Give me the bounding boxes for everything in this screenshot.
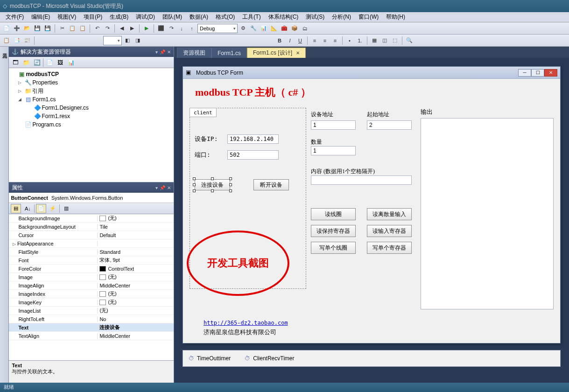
tab-form1-cs[interactable]: Form1.cs <box>211 48 247 58</box>
view-diagram-icon[interactable]: 📊 <box>66 58 76 67</box>
menu-team[interactable]: 团队(M) <box>159 12 186 22</box>
prop-row-textalign[interactable]: TextAlignMiddleCenter <box>9 332 174 340</box>
align-left-icon[interactable]: ≡ <box>310 36 319 45</box>
disconnect-button[interactable]: 断开设备 <box>253 179 289 190</box>
layout-a-icon[interactable]: ◫ <box>380 36 389 45</box>
content-input[interactable] <box>311 175 412 185</box>
tb2-c-icon[interactable]: 📰 <box>22 36 32 45</box>
props-page-icon[interactable]: 📄 <box>36 204 46 213</box>
prop-row-imageindex[interactable]: ImageIndex(无) <box>9 290 174 298</box>
tb-misc4-icon[interactable]: 📐 <box>269 24 279 33</box>
save-icon[interactable]: 💾 <box>33 24 42 33</box>
align-center-icon[interactable]: ≡ <box>320 36 330 45</box>
properties-icon[interactable]: 🗔 <box>11 58 20 67</box>
cut-icon[interactable]: ✂ <box>57 24 67 33</box>
open-icon[interactable]: 📂 <box>22 24 32 33</box>
prop-pages-icon[interactable]: ▥ <box>61 204 71 213</box>
connect-button[interactable]: 连接设备 <box>195 179 230 190</box>
redo-icon[interactable]: ↷ <box>103 24 112 33</box>
menu-analyze[interactable]: 分析(N) <box>328 12 355 22</box>
tab-resource-view[interactable]: 资源视图 <box>177 48 211 58</box>
list-bullets-icon[interactable]: • <box>345 36 354 45</box>
dropdown-icon[interactable]: ▾ <box>155 49 158 55</box>
close-icon[interactable]: ✕ <box>167 49 171 55</box>
prop-row-forecolor[interactable]: ForeColorControlText <box>9 265 174 273</box>
prop-row-imagelist[interactable]: ImageList(无) <box>9 307 174 315</box>
menu-help[interactable]: 帮助(H) <box>382 12 409 22</box>
footer-link[interactable]: http://365-dz2.taobao.com <box>204 320 288 326</box>
menu-project[interactable]: 项目(P) <box>80 12 106 22</box>
tb-misc3-icon[interactable]: 📊 <box>259 24 268 33</box>
nav-fwd-icon[interactable]: ▶ <box>127 24 137 33</box>
close-icon[interactable]: ✕ <box>544 69 557 77</box>
step-into-icon[interactable]: ↓ <box>177 24 186 33</box>
tb-misc2-icon[interactable]: 🔧 <box>249 24 258 33</box>
prop-row-backgroundimage[interactable]: BackgroundImage(无) <box>9 214 174 223</box>
tb-misc5-icon[interactable]: 🧰 <box>280 24 289 33</box>
references-node[interactable]: ▷📁引用 <box>10 87 173 95</box>
menu-debug[interactable]: 调试(D) <box>132 12 159 22</box>
layout-b-icon[interactable]: ⬚ <box>390 36 400 45</box>
new-project-icon[interactable]: 📄 <box>2 24 11 33</box>
layout-grid-icon[interactable]: ▦ <box>370 36 379 45</box>
menu-format[interactable]: 格式(O) <box>212 12 239 22</box>
start-debug-icon[interactable]: ▶ <box>142 24 151 33</box>
devaddr-input[interactable] <box>311 120 356 130</box>
copy-icon[interactable]: 📋 <box>68 24 77 33</box>
menu-window[interactable]: 窗口(W) <box>355 12 382 22</box>
categorized-icon[interactable]: ▤ <box>11 204 21 213</box>
tb2-combo[interactable] <box>103 36 122 45</box>
menu-file[interactable]: 文件(F) <box>2 12 28 22</box>
tb-misc7-icon[interactable]: 🗂 <box>300 24 309 33</box>
output-textbox[interactable] <box>421 118 554 309</box>
form1-node[interactable]: ◢▤Form1.cs <box>10 95 173 104</box>
design-surface[interactable]: ▣Modbus TCP Form ─ ☐ ✕ modbus TCP 主机（ c#… <box>174 58 569 383</box>
tb2-a-icon[interactable]: 📋 <box>2 36 11 45</box>
undo-icon[interactable]: ↶ <box>92 24 102 33</box>
prop-row-righttoleft[interactable]: RightToLeftNo <box>9 315 174 323</box>
qty-input[interactable] <box>311 146 356 155</box>
read-coils-button[interactable]: 读线圈 <box>311 208 356 220</box>
minimize-icon[interactable]: ─ <box>518 69 531 77</box>
prop-row-flatstyle[interactable]: FlatStyleStandard <box>9 248 174 256</box>
add-item-icon[interactable]: ➕ <box>12 24 21 33</box>
client-groupbox[interactable]: client 设备IP: 端口: 连接设备 断开设备 <box>190 108 306 289</box>
breakpoint-icon[interactable]: ⬛ <box>156 24 166 33</box>
tab-form1-design[interactable]: Form1.cs [设计]✕ <box>247 48 306 58</box>
menu-test[interactable]: 测试(S) <box>302 12 328 22</box>
tb2-e-icon[interactable]: ◨ <box>133 36 142 45</box>
prop-row-backgroundimagelayout[interactable]: BackgroundImageLayoutTile <box>9 223 174 231</box>
tb2-b-icon[interactable]: 📑 <box>12 36 21 45</box>
menu-view[interactable]: 视图(V) <box>54 12 80 22</box>
alpha-sort-icon[interactable]: A↓ <box>22 204 33 213</box>
tb2-d-icon[interactable]: ◧ <box>123 36 132 45</box>
program-node[interactable]: 📄Program.cs <box>10 120 173 129</box>
project-node[interactable]: ▣modbusTCP <box>10 70 173 78</box>
properties-node[interactable]: ▷🔧Properties <box>10 78 173 87</box>
underline-icon[interactable]: U <box>295 36 305 45</box>
nav-back-icon[interactable]: ◀ <box>117 24 126 33</box>
menu-build[interactable]: 生成(B) <box>106 12 132 22</box>
view-code-icon[interactable]: 📄 <box>45 58 54 67</box>
tb-misc6-icon[interactable]: 📦 <box>290 24 299 33</box>
events-icon[interactable]: ⚡ <box>48 204 58 213</box>
toolbox-dock[interactable]: 工具箱 <box>0 47 9 383</box>
zoom-icon[interactable]: 🔍 <box>405 36 414 45</box>
menu-tools[interactable]: 工具(T) <box>239 12 264 22</box>
menu-data[interactable]: 数据(A) <box>186 12 212 22</box>
form1-resx-node[interactable]: 🔷Form1.resx <box>10 112 173 120</box>
ip-input[interactable] <box>227 134 279 144</box>
list-num-icon[interactable]: 1. <box>355 36 365 45</box>
timer1-component[interactable]: ⏱TimeOuttimer <box>189 355 231 362</box>
prop-row-image[interactable]: Image(无) <box>9 273 174 281</box>
menu-arch[interactable]: 体系结构(C) <box>265 12 302 22</box>
write-coil-button[interactable]: 写单个线圈 <box>311 242 356 254</box>
align-right-icon[interactable]: ≡ <box>330 36 340 45</box>
pin-icon[interactable]: 📌 <box>160 185 165 190</box>
maximize-icon[interactable]: ☐ <box>531 69 544 77</box>
timer2-component[interactable]: ⏱ClientRecvTimer <box>245 355 294 362</box>
prop-row-font[interactable]: Font宋体, 9pt <box>9 256 174 265</box>
italic-icon[interactable]: I <box>285 36 295 45</box>
winform[interactable]: ▣Modbus TCP Form ─ ☐ ✕ modbus TCP 主机（ c#… <box>183 66 561 343</box>
prop-row-imagekey[interactable]: ImageKey(无) <box>9 298 174 307</box>
